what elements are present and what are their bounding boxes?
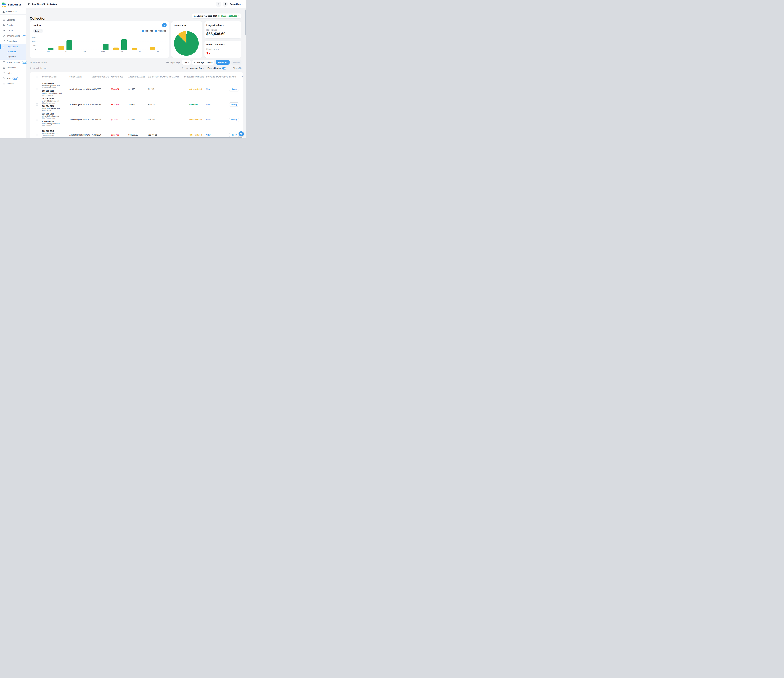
bar-projected-sat[interactable] [150, 47, 156, 50]
view-link[interactable]: View [206, 88, 210, 90]
select-all-cell [36, 76, 42, 78]
school-selector[interactable]: Demo School [0, 9, 26, 15]
app-screen: SchoolSet Demo School Students Families … [0, 0, 246, 138]
view-link[interactable]: View [206, 118, 210, 121]
sidebar-item-parents[interactable]: Parents [0, 28, 26, 33]
sort-caret-icon [146, 77, 147, 78]
column-header-account-balance[interactable]: ACCOUNT BALANCE [128, 76, 148, 78]
gridline [37, 42, 167, 42]
actions-button[interactable]: Actions [231, 60, 241, 65]
beta-badge: beta [22, 61, 27, 64]
sidebar-item-notes[interactable]: Notes [0, 70, 26, 76]
column-header-school-year[interactable]: SCHOOL YEAR [70, 76, 92, 78]
column-header-scheduled-payments[interactable]: SCHEDULED PAYMENTS [184, 76, 206, 78]
cell-account-due-date: 08/03/2023 [92, 88, 111, 90]
sidebar-item-pta[interactable]: PTAbeta [0, 76, 26, 81]
sidebar-group-registration: Registration Collection Payments [0, 44, 26, 59]
sidebar-item-collection[interactable]: Collection [0, 49, 26, 54]
contact-name: Eliza Kertzmann [42, 102, 70, 104]
sidebar-item-registration[interactable]: Registration [0, 44, 26, 49]
contact-phone: 347-252-1984 [42, 98, 70, 100]
datetime-text: June 26, 2024 | 8:25:44 AM [32, 3, 58, 5]
history-button[interactable]: History [229, 87, 239, 92]
cell-account-balance: $32,593.11 [128, 134, 148, 136]
syringe-icon [3, 34, 5, 37]
sidebar-item-students[interactable]: Students [0, 17, 26, 22]
bar-projected-thu[interactable] [114, 48, 119, 50]
search-input[interactable] [33, 67, 60, 70]
academic-year-selector[interactable]: Academic year 2023-2024 Balance $801,232 [192, 14, 241, 18]
chat-icon [240, 132, 243, 135]
row-checkbox[interactable] [36, 118, 38, 121]
bar-collected-mon[interactable] [67, 40, 72, 50]
history-button[interactable]: History [229, 133, 239, 137]
sidebar-item-families[interactable]: Families [0, 22, 26, 28]
horizontal-scrollbar[interactable] [42, 137, 243, 138]
cell-scheduled-payments: Not scheduled [184, 134, 206, 136]
sidebar-item-settings[interactable]: Settings [0, 81, 26, 86]
history-button[interactable]: History [229, 118, 239, 122]
column-header-label: REPORT [229, 76, 236, 78]
filters-button[interactable]: Filters (1) [230, 67, 241, 69]
clock-plus-icon [3, 77, 5, 80]
freeze-header-toggle[interactable] [222, 67, 226, 70]
row-checkbox[interactable] [36, 134, 38, 136]
row-checkbox[interactable] [36, 88, 38, 90]
vertical-scrollbar[interactable] [245, 9, 246, 36]
bar-collected-wed[interactable] [103, 44, 109, 50]
download-label: Download [218, 61, 227, 64]
bar-collected-sun[interactable] [48, 48, 53, 50]
contact: 618-244-8076 ethan.kane@olson.org Ava To… [42, 120, 70, 126]
column-header-account-due-date[interactable]: ACCOUNT DUE DATE [92, 76, 111, 78]
sort-caret-icon [109, 77, 110, 78]
user-menu-chevron-icon[interactable] [242, 3, 244, 5]
view-link[interactable]: View [206, 103, 210, 106]
download-button[interactable]: Download [216, 60, 230, 65]
view-link[interactable]: View [206, 134, 210, 136]
sidebar-item-payments[interactable]: Payments [0, 54, 26, 59]
sidebar-item-label: Immunizations [7, 35, 20, 37]
sidebar-item-broadcast[interactable]: Broadcast [0, 65, 26, 70]
select-all-checkbox[interactable] [36, 76, 38, 78]
column-header-label: ACCOUNT DUE [111, 76, 123, 78]
column-header-students-balance-due[interactable]: STUDENTS BALANCE DUE [206, 76, 229, 78]
contact-name: Milo Greenfelder [42, 117, 70, 119]
column-header-total-paid[interactable]: TOTAL PAID [169, 76, 184, 78]
user-name: Demo User [230, 3, 241, 5]
column-header-actions[interactable]: ACTIONS [242, 76, 243, 78]
contact-phone: 502-874-6732 [42, 105, 70, 107]
sidebar-item-label: Notes [7, 72, 12, 74]
notifications-button[interactable] [216, 2, 221, 7]
history-button[interactable]: History [229, 103, 239, 107]
chat-launcher-button[interactable] [239, 131, 244, 136]
column-header-end-of-year-balance[interactable]: END OF YEAR BALANCE [148, 76, 169, 78]
bar-projected-fri[interactable] [132, 48, 137, 50]
profile-button[interactable] [222, 2, 228, 7]
balance-label: Balance $801,232 [221, 15, 237, 17]
table-row: 239-618-9168 carmen40@yahoo.com Robin Sc… [30, 82, 243, 97]
registration-list-icon [3, 45, 5, 48]
results-per-page-dropdown[interactable]: 200 [182, 60, 191, 65]
sidebar-item-immunizations[interactable]: Immunizationsbeta [0, 33, 26, 39]
manage-columns-button[interactable]: Manage columns [192, 60, 214, 65]
bar-collected-thu[interactable] [121, 39, 127, 50]
sort-caret-icon [124, 77, 125, 78]
column-header-label: ACCOUNT DUE DATE [92, 76, 109, 78]
column-header-report[interactable]: REPORT [229, 76, 242, 78]
column-header-communication[interactable]: COMMUNICATION [42, 76, 70, 78]
bar-projected-mon[interactable] [59, 46, 64, 50]
contact: 536-809-2345 nathan45@live.com Sophia Wu… [42, 130, 70, 136]
sidebar-item-label: PTA [7, 77, 11, 79]
sort-by-dropdown[interactable]: Account Due [190, 67, 204, 69]
cell-communication: 239-618-9168 carmen40@yahoo.com Robin Sc… [42, 83, 70, 96]
active-indicator [0, 44, 1, 49]
sidebar-item-fundraising[interactable]: Fundraising [0, 39, 26, 44]
column-header-account-due[interactable]: ACCOUNT DUE [111, 76, 128, 78]
column-header-label: STUDENTS BALANCE DUE [206, 76, 228, 78]
logo[interactable]: SchoolSet [0, 0, 26, 9]
sort-caret-icon [205, 77, 206, 78]
june-status-card: June status [171, 21, 202, 58]
sidebar-item-transportation[interactable]: Transportationbeta [0, 59, 26, 65]
sidebar-nav: Students Families Parents Immunizationsb… [0, 15, 26, 86]
row-checkbox[interactable] [36, 103, 38, 106]
